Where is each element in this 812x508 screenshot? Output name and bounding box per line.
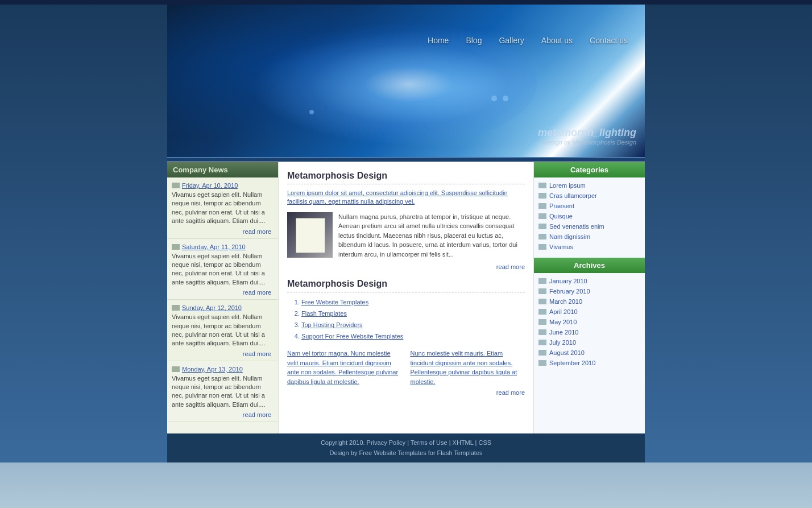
news-item: Friday, Apr 10, 2010 Vivamus eget sapien… [167, 177, 278, 239]
article-divider [287, 184, 525, 184]
nav-about[interactable]: About us [541, 36, 573, 45]
news-item: Monday, Apr 13, 2010 Vivamus eget sapien… [167, 361, 278, 423]
nav-contact[interactable]: Contact us [590, 36, 628, 45]
top-bar [0, 0, 812, 5]
archive-item: March 2010 [534, 296, 645, 307]
content-area: Company News Friday, Apr 10, 2010 Vivamu… [167, 162, 645, 433]
archive-item: September 2010 [534, 358, 645, 368]
archive-icon [538, 319, 546, 325]
news-icon [172, 183, 180, 188]
news-date[interactable]: Friday, Apr 10, 2010 [182, 182, 238, 189]
category-item: Cras ullamcorper [534, 191, 645, 201]
article-divider [287, 292, 525, 292]
news-icon [172, 244, 180, 250]
main-nav: Home Blog Gallery About us Contact us [167, 36, 645, 45]
article1-read-more[interactable]: read more [287, 263, 525, 270]
archive-link[interactable]: September 2010 [549, 360, 595, 366]
article1-title: Metamorphosis Design [287, 171, 525, 181]
nav-gallery[interactable]: Gallery [499, 36, 524, 45]
main-content: Metamorphosis Design Lorem ipsum dolor s… [278, 162, 534, 433]
news-text: Vivamus eget sapien elit. Nullam neque n… [172, 313, 274, 348]
list-item[interactable]: Free Website Templates [301, 297, 525, 308]
footer-line1: Copyright 2010. Privacy Policy | Terms o… [172, 438, 640, 448]
news-item: Saturday, Apr 11, 2010 Vivamus eget sapi… [167, 239, 278, 300]
news-date[interactable]: Saturday, Apr 11, 2010 [182, 243, 246, 250]
footer: Copyright 2010. Privacy Policy | Terms o… [167, 433, 645, 462]
category-icon [538, 244, 546, 250]
category-link[interactable]: Sed venenatis enim [549, 223, 604, 230]
category-icon [538, 234, 546, 239]
categories-title: Categories [534, 162, 645, 177]
category-item: Vivamus [534, 242, 645, 252]
archive-item: June 2010 [534, 327, 645, 337]
article2-two-col: Nam vel tortor magna. Nunc molestie veli… [287, 349, 525, 396]
news-icon [172, 305, 180, 311]
list-item[interactable]: Support For Free Website Templates [301, 331, 525, 342]
nav-home[interactable]: Home [428, 36, 449, 45]
archive-link[interactable]: June 2010 [549, 329, 578, 336]
category-icon [538, 224, 546, 229]
article1-intro[interactable]: Lorem ipsum dolor sit amet, consectetur … [287, 189, 525, 206]
read-more-link[interactable]: read more [172, 411, 274, 418]
category-item: Praesent [534, 201, 645, 211]
news-text: Vivamus eget sapien elit. Nullam neque n… [172, 191, 274, 226]
archive-link[interactable]: May 2010 [549, 319, 577, 325]
read-more-link[interactable]: read more [172, 228, 274, 235]
decorative-dot [503, 96, 508, 101]
article1-image [287, 212, 333, 258]
archive-link[interactable]: February 2010 [549, 288, 590, 295]
news-date[interactable]: Sunday, Apr 12, 2010 [182, 304, 242, 311]
archive-link[interactable]: August 2010 [549, 349, 585, 356]
category-item: Quisque [534, 211, 645, 221]
nav-blog[interactable]: Blog [466, 36, 482, 45]
left-sidebar: Company News Friday, Apr 10, 2010 Vivamu… [167, 162, 278, 433]
category-link[interactable]: Vivamus [549, 243, 573, 250]
archive-icon [538, 299, 546, 304]
news-text: Vivamus eget sapien elit. Nullam neque n… [172, 252, 274, 287]
news-icon [172, 366, 180, 372]
list-item[interactable]: Flash Templates [301, 308, 525, 320]
archive-item: January 2010 [534, 276, 645, 286]
archive-link[interactable]: April 2010 [549, 308, 578, 315]
archive-icon [538, 278, 546, 284]
category-item: Sed venenatis enim [534, 221, 645, 232]
archive-link[interactable]: March 2010 [549, 298, 582, 305]
category-link[interactable]: Nam dignissim [549, 233, 590, 240]
article1-body: Nullam magna purus, pharetra at tempor i… [287, 212, 525, 259]
archive-link[interactable]: July 2010 [549, 339, 576, 346]
category-link[interactable]: Lorem ipsum [549, 182, 586, 189]
watermark-subtitle: Design by Metamorphosis Design [538, 139, 636, 146]
article1-text: Nullam magna purus, pharetra at tempor i… [338, 212, 525, 259]
right-sidebar: Categories Lorem ipsum Cras ullamcorper … [534, 162, 645, 433]
watermark-title: metamorph_lighting [538, 127, 636, 139]
archive-item: August 2010 [534, 348, 645, 358]
category-icon [538, 193, 546, 199]
news-date[interactable]: Monday, Apr 13, 2010 [182, 366, 243, 373]
archive-item: July 2010 [534, 337, 645, 348]
archive-link[interactable]: January 2010 [549, 278, 587, 284]
decorative-dot [491, 96, 497, 101]
category-item: Lorem ipsum [534, 180, 645, 191]
header-banner: Home Blog Gallery About us Contact us me… [167, 5, 645, 158]
category-link[interactable]: Praesent [549, 203, 574, 209]
news-date-row: Sunday, Apr 12, 2010 [172, 304, 274, 311]
archive-icon [538, 340, 546, 345]
archives-title: Archives [534, 258, 645, 273]
category-link[interactable]: Quisque [549, 213, 573, 220]
watermark: metamorph_lighting Design by Metamorphos… [538, 127, 636, 146]
article2-read-more[interactable]: read more [411, 389, 525, 396]
read-more-link[interactable]: read more [172, 350, 274, 357]
two-col-right[interactable]: Nunc molestie velit mauris. Etiam tincid… [411, 349, 525, 386]
company-news-title: Company News [167, 162, 278, 177]
archive-icon [538, 350, 546, 356]
list-item[interactable]: Top Hosting Providers [301, 320, 525, 331]
news-text: Vivamus eget sapien elit. Nullam neque n… [172, 374, 274, 410]
archive-icon [538, 360, 546, 366]
news-date-row: Friday, Apr 10, 2010 [172, 182, 274, 189]
category-link[interactable]: Cras ullamcorper [549, 192, 597, 199]
article2-title: Metamorphosis Design [287, 279, 525, 289]
archive-icon [538, 329, 546, 335]
archive-icon [538, 288, 546, 294]
two-col-left[interactable]: Nam vel tortor magna. Nunc molestie veli… [287, 349, 402, 396]
read-more-link[interactable]: read more [172, 289, 274, 296]
